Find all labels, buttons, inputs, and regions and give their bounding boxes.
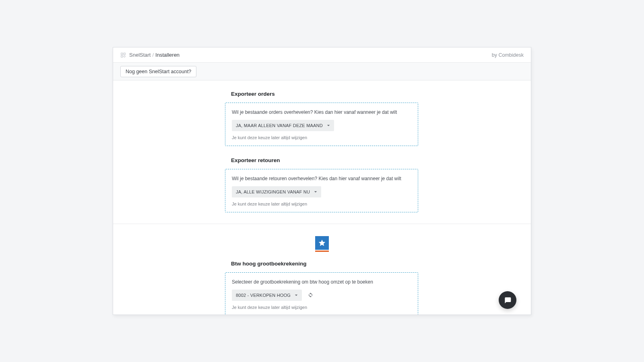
section-divider: [113, 224, 531, 224]
export-returns-prompt: Wil je bestaande retouren overhevelen? K…: [232, 176, 411, 181]
svg-rect-0: [121, 53, 123, 54]
vat-high-hint: Je kunt deze keuze later altijd wijzigen: [232, 305, 411, 310]
caret-down-icon: [314, 190, 317, 193]
breadcrumb-separator: /: [152, 52, 154, 58]
breadcrumb-bar: SnelStart / Installeren by Combidesk: [113, 47, 531, 63]
export-returns-box: Wil je bestaande retouren overhevelen? K…: [225, 169, 418, 212]
caret-down-icon: [295, 294, 298, 297]
svg-rect-1: [124, 53, 125, 54]
chat-launcher[interactable]: [499, 291, 516, 309]
brand-by-text: by Combidesk: [492, 52, 524, 58]
export-orders-hint: Je kunt deze keuze later altijd wijzigen: [232, 135, 411, 140]
no-account-button[interactable]: Nog geen SnelStart account?: [120, 66, 196, 77]
export-returns-select-label: JA, ALLE WIJZIGINGEN VANAF NU: [236, 189, 310, 194]
export-returns-hint: Je kunt deze keuze later altijd wijzigen: [232, 202, 411, 206]
vat-high-select-label: 8002 - VERKOPEN HOOG: [236, 293, 291, 298]
snelstart-logo: [113, 236, 531, 252]
caret-down-icon: [327, 124, 330, 127]
refresh-icon[interactable]: [308, 292, 313, 298]
svg-point-3: [124, 56, 125, 57]
export-orders-select[interactable]: JA, MAAR ALLEEN VANAF DEZE MAAND: [232, 120, 334, 131]
toolbar: Nog geen SnelStart account?: [113, 63, 531, 80]
export-orders-prompt: Wil je bestaande orders overhevelen? Kie…: [232, 109, 411, 115]
star-icon: [315, 236, 329, 250]
export-orders-box: Wil je bestaande orders overhevelen? Kie…: [225, 103, 418, 146]
svg-rect-2: [121, 56, 123, 57]
vat-high-title: Btw hoog grootboekrekening: [231, 261, 531, 267]
export-orders-select-label: JA, MAAR ALLEEN VANAF DEZE MAAND: [236, 123, 323, 128]
app-icon: [120, 52, 126, 58]
export-orders-title: Exporteer orders: [231, 91, 531, 97]
content-area: Exporteer orders Wil je bestaande orders…: [113, 80, 531, 315]
install-panel: SnelStart / Installeren by Combidesk Nog…: [113, 47, 531, 315]
vat-high-box: Selecteer de grootboekrekening om btw ho…: [225, 272, 418, 315]
logo-underline: [315, 251, 329, 252]
chat-icon: [504, 296, 512, 304]
vat-high-prompt: Selecteer de grootboekrekening om btw ho…: [232, 279, 411, 285]
vat-high-select[interactable]: 8002 - VERKOPEN HOOG: [232, 290, 302, 301]
export-returns-title: Exporteer retouren: [231, 157, 531, 163]
breadcrumb-current: Installeren: [155, 52, 180, 58]
breadcrumb-root[interactable]: SnelStart: [129, 52, 151, 58]
export-returns-select[interactable]: JA, ALLE WIJZIGINGEN VANAF NU: [232, 186, 321, 197]
